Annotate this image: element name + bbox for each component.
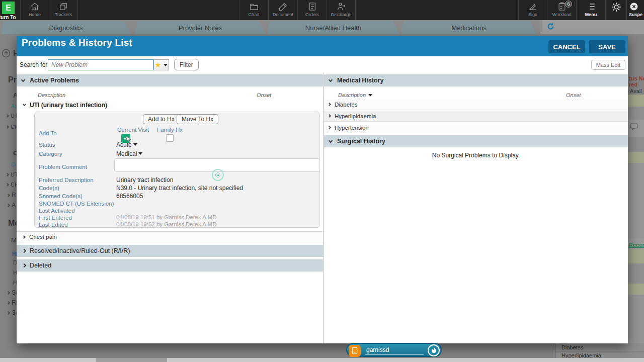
chevron-right-icon <box>328 103 331 106</box>
family-hx-checkbox[interactable] <box>166 134 174 142</box>
dialog-header: Problems & History List PA,BELLOW 65 M 0… <box>17 36 628 56</box>
save-button[interactable]: SAVE <box>589 40 625 53</box>
refresh-icon[interactable] <box>546 22 555 33</box>
orders-page-icon <box>307 2 317 12</box>
flame-icon <box>431 347 437 354</box>
tab-diagnostics[interactable]: Diagnostics <box>1 21 131 34</box>
chevron-right-icon <box>328 126 331 129</box>
gear-icon <box>611 2 622 13</box>
click-ripple-indicator <box>212 169 224 181</box>
section-resolved-inactive[interactable]: Resolved/Inactive/Ruled-Out (R/I/R) <box>17 245 323 257</box>
snomed-codes-label: Snomed Code(s) <box>39 193 83 199</box>
dialog-title: Problems & History List <box>22 37 132 48</box>
section-deleted[interactable]: Deleted <box>17 259 323 272</box>
codes-value: N39.0 - Urinary tract infection, site no… <box>116 185 243 192</box>
filter-button[interactable]: Filter <box>174 59 199 70</box>
search-row: Search for: ★ Filter <box>17 56 628 73</box>
return-to-label: turn To <box>0 15 16 20</box>
workload-badge: 6 <box>565 1 572 8</box>
menu-button[interactable]: Menu <box>576 0 605 20</box>
first-entered-value: 04/08/19 19:51 by Garniss,Derek A MD <box>116 214 216 220</box>
orders-button[interactable]: Orders <box>297 0 327 20</box>
chart-button[interactable]: Chart <box>239 0 268 20</box>
snomed-ct-label: SNOMED CT (US Extension) <box>39 201 114 207</box>
section-medical-history[interactable]: Medical History <box>324 74 628 86</box>
problem-row-chest-pain[interactable]: Chest pain <box>17 231 323 242</box>
problem-detail-form: Add to Hx Move To Hx Add To Current Visi… <box>34 112 320 228</box>
cancel-button[interactable]: CANCEL <box>548 40 585 53</box>
column-description-sort[interactable]: Description <box>338 92 372 98</box>
history-row-hypertension[interactable]: Hypertension <box>324 122 628 133</box>
bg-right-column <box>628 95 644 353</box>
last-edited-label: Last Edited <box>39 222 68 228</box>
section-surgical-history[interactable]: Surgical History <box>324 135 628 147</box>
category-label: Category <box>39 151 62 157</box>
dragon-speech-bar: garnissd <box>346 343 442 357</box>
discharge-button[interactable]: Discharge <box>327 0 356 20</box>
chevron-down-icon <box>164 64 168 66</box>
bg-fragment: Ac <box>11 104 17 109</box>
document-pencil-icon <box>278 2 288 12</box>
sign-pen-icon <box>528 2 538 12</box>
surgical-empty-message: No Surgical Problems to Display. <box>324 152 628 159</box>
trackers-button[interactable]: Trackers <box>49 0 78 20</box>
status-dropdown[interactable]: Acute <box>116 141 137 148</box>
section-active-problems[interactable]: Active Problems <box>17 74 323 86</box>
suspend-button[interactable]: Suspe <box>626 0 644 20</box>
preferred-description-value: Urinary tract infection <box>116 176 173 184</box>
chevron-right-icon <box>22 235 26 238</box>
bg-comment-bubble-icon <box>630 123 639 131</box>
column-onset[interactable]: Onset <box>257 92 271 98</box>
category-dropdown[interactable]: Medical <box>116 150 142 157</box>
column-onset[interactable]: Onset <box>566 92 581 98</box>
suspend-icon <box>629 2 639 12</box>
column-description[interactable]: Description <box>38 92 65 98</box>
favorites-star-button[interactable]: ★ <box>153 59 169 70</box>
dragon-username[interactable]: garnissd <box>366 346 389 353</box>
problems-history-dialog: Problems & History List PA,BELLOW 65 M 0… <box>17 36 628 343</box>
chevron-right-icon <box>22 263 26 267</box>
sign-button[interactable]: Sign <box>518 0 547 20</box>
add-to-hx-button[interactable]: Add to Hx <box>143 114 180 124</box>
bg-scroll-top-icon <box>1 48 11 60</box>
bg-fragment: Recen <box>629 242 644 248</box>
tab-nurse-allied-health[interactable]: Nurse/Allied Health <box>267 21 399 34</box>
bg-fragment: red <box>629 81 637 87</box>
home-button[interactable]: Home <box>20 0 49 20</box>
history-row-diabetes[interactable]: Diabetes <box>324 99 628 110</box>
discharge-person-icon <box>336 2 346 12</box>
tab-bar-right-zone <box>541 20 644 34</box>
snomed-codes-value: 68566005 <box>116 193 143 200</box>
family-hx-label: Family Hx <box>157 127 183 133</box>
dragon-app-icon[interactable] <box>349 345 361 357</box>
search-input[interactable] <box>48 59 153 70</box>
first-entered-label: First Entered <box>39 215 72 221</box>
workload-button[interactable]: Workload 6 <box>547 0 576 20</box>
document-button[interactable]: Document <box>268 0 297 20</box>
problem-row-uti[interactable]: UTI (urinary tract infection) <box>17 100 323 110</box>
chevron-right-icon <box>22 249 26 253</box>
search-label: Search for: <box>20 61 49 68</box>
settings-button[interactable] <box>605 0 626 20</box>
ehr-app-icon: E <box>2 2 15 14</box>
history-row-hyperlipidaemia[interactable]: Hyperlipidaemia <box>324 111 628 122</box>
menu-icon <box>586 2 596 12</box>
tab-provider-notes[interactable]: Provider Notes <box>135 21 266 34</box>
last-activated-label: Last Activated <box>39 208 75 214</box>
screen: E turn To Home Trackers Chart Document O… <box>0 0 644 362</box>
top-toolbar: E turn To Home Trackers Chart Document O… <box>0 0 644 20</box>
current-visit-label: Current Visit <box>117 127 149 133</box>
chevron-down-icon <box>138 152 142 155</box>
return-to-button[interactable]: E turn To <box>0 0 20 20</box>
mass-edit-button[interactable]: Mass Edit <box>591 60 625 70</box>
bg-bottom-right-list: Diabetes Hyperlipidaemia <box>555 343 644 358</box>
problems-panel: Active Problems Description Onset UTI (u… <box>17 73 324 343</box>
last-edited-value: 04/08/19 19:52 by Garniss,Derek A MD <box>116 221 216 227</box>
chevron-down-icon <box>23 103 26 106</box>
move-to-hx-button[interactable]: Move To Hx <box>177 114 218 124</box>
bg-row: Diabetes <box>555 343 644 351</box>
dragon-flame-button[interactable] <box>428 344 440 356</box>
history-panel: Medical History Description Onset Diabet… <box>324 73 628 343</box>
tab-medications[interactable]: Medications <box>401 21 537 34</box>
bg-fragment: Pr <box>8 75 17 84</box>
